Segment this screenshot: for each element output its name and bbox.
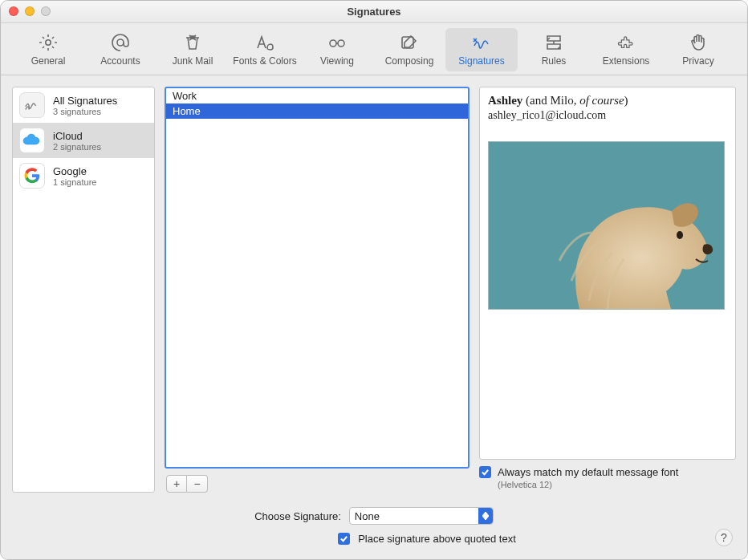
- preferences-toolbar: General Accounts Junk Mail Fonts & Color…: [1, 23, 747, 75]
- tab-label: Junk Mail: [158, 55, 227, 67]
- bottom-controls: Choose Signature: None Place signature a…: [1, 496, 747, 559]
- tab-label: Accounts: [86, 55, 155, 67]
- signature-item-home[interactable]: Home: [166, 103, 468, 119]
- svg-point-1: [117, 39, 124, 46]
- google-icon: [19, 163, 45, 189]
- choose-signature-select[interactable]: None: [349, 507, 494, 525]
- tab-viewing[interactable]: Viewing: [301, 28, 373, 71]
- preferences-window: Signatures General Accounts Junk Mail Fo…: [0, 0, 748, 560]
- match-font-label: Always match my default message font: [498, 466, 678, 478]
- hand-icon: [664, 31, 733, 54]
- account-name: Google: [53, 165, 96, 177]
- minimize-icon[interactable]: [25, 6, 35, 16]
- titlebar: Signatures: [1, 1, 747, 23]
- choose-signature-value: None: [355, 510, 380, 522]
- tab-label: Composing: [375, 55, 444, 67]
- signature-preview[interactable]: Ashley (and Milo, of course) ashley_rico…: [479, 87, 736, 460]
- account-name: All Signatures: [53, 95, 117, 107]
- svg-point-3: [338, 40, 344, 47]
- place-above-checkbox[interactable]: [338, 533, 350, 545]
- match-font-sublabel: (Helvetica 12): [498, 480, 678, 489]
- tab-label: Signatures: [447, 55, 516, 67]
- tab-rules[interactable]: Rules: [518, 28, 590, 71]
- remove-signature-button[interactable]: −: [187, 475, 208, 493]
- font-icon: [230, 31, 299, 54]
- signature-icon: [447, 31, 516, 54]
- account-all-signatures[interactable]: All Signatures 3 signatures: [13, 87, 154, 123]
- accounts-list[interactable]: All Signatures 3 signatures iCloud 2 sig…: [12, 87, 155, 493]
- compose-icon: [375, 31, 444, 54]
- zoom-icon[interactable]: [41, 6, 51, 16]
- window-title: Signatures: [347, 6, 400, 18]
- preview-name-tail: ): [624, 94, 628, 107]
- puzzle-icon: [591, 31, 661, 54]
- account-subtitle: 2 signatures: [53, 142, 101, 152]
- add-remove-buttons: + −: [166, 475, 470, 493]
- account-google[interactable]: Google 1 signature: [13, 158, 154, 193]
- place-above-row: Place signature above quoted text: [338, 533, 516, 545]
- preview-email: ashley_rico1@icloud.com: [488, 109, 727, 122]
- signatures-stack-icon: [19, 92, 45, 118]
- tab-privacy[interactable]: Privacy: [662, 28, 734, 71]
- at-icon: [86, 31, 155, 54]
- tab-label: Rules: [519, 55, 588, 67]
- account-subtitle: 3 signatures: [53, 107, 117, 116]
- tab-junk-mail[interactable]: Junk Mail: [157, 28, 229, 71]
- glasses-icon: [303, 31, 372, 54]
- tab-label: Viewing: [303, 55, 372, 67]
- tab-fonts-colors[interactable]: Fonts & Colors: [229, 28, 301, 71]
- gear-icon: [14, 31, 83, 54]
- account-icloud[interactable]: iCloud 2 signatures: [13, 123, 154, 158]
- choose-signature-label: Choose Signature:: [254, 510, 341, 522]
- account-subtitle: 1 signature: [53, 177, 96, 187]
- close-icon[interactable]: [9, 6, 18, 16]
- tab-signatures[interactable]: Signatures: [445, 28, 518, 71]
- account-name: iCloud: [53, 130, 101, 142]
- trash-icon: [158, 31, 227, 54]
- select-arrows-icon: [478, 508, 493, 524]
- tab-label: General: [14, 55, 83, 67]
- tab-label: Privacy: [664, 55, 733, 67]
- tab-general[interactable]: General: [12, 28, 84, 71]
- tab-label: Extensions: [591, 55, 661, 67]
- help-button[interactable]: ?: [715, 529, 733, 546]
- svg-point-5: [677, 231, 683, 239]
- icloud-icon: [19, 128, 45, 153]
- place-above-label: Place signature above quoted text: [358, 533, 516, 545]
- match-font-checkbox[interactable]: [479, 466, 491, 478]
- tab-accounts[interactable]: Accounts: [84, 28, 157, 71]
- preview-name-line: Ashley (and Milo, of course): [488, 94, 727, 108]
- svg-point-0: [46, 40, 51, 45]
- preview-name-bold: Ashley: [488, 94, 522, 107]
- svg-point-2: [330, 40, 336, 47]
- preview-image: [488, 141, 725, 310]
- window-controls: [9, 6, 51, 16]
- add-signature-button[interactable]: +: [166, 475, 187, 493]
- signature-item-work[interactable]: Work: [166, 88, 468, 103]
- match-font-row: Always match my default message font (He…: [479, 460, 736, 493]
- columns: All Signatures 3 signatures iCloud 2 sig…: [1, 75, 747, 496]
- signatures-column: Work Home + −: [165, 87, 470, 493]
- signatures-list[interactable]: Work Home: [165, 87, 470, 469]
- tab-extensions[interactable]: Extensions: [590, 28, 662, 71]
- dog-photo-icon: [555, 164, 716, 309]
- choose-signature-row: Choose Signature: None: [254, 507, 494, 525]
- preview-name-rest: (and Milo,: [522, 94, 579, 107]
- tab-label: Fonts & Colors: [230, 55, 299, 67]
- preview-name-italic: of course: [579, 94, 624, 107]
- tab-composing[interactable]: Composing: [373, 28, 445, 71]
- rules-icon: [519, 31, 588, 54]
- content-area: All Signatures 3 signatures iCloud 2 sig…: [1, 75, 747, 559]
